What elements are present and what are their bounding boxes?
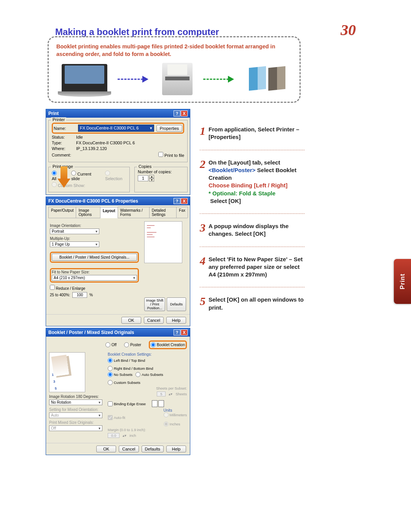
label: Booklet Creation Settings:	[108, 352, 187, 356]
radio-right-bind[interactable]: Right Bind / Bottom Bind	[108, 366, 153, 371]
properties-button[interactable]: Properties	[156, 125, 182, 132]
label: Where:	[52, 146, 74, 151]
ok-button[interactable]: OK	[96, 446, 116, 452]
radio-auto-subsets[interactable]: Auto Subsets	[135, 372, 163, 377]
step-text: From application, Select Printer – [Prop…	[209, 126, 304, 141]
rotation-select[interactable]: No Rotation	[49, 399, 102, 405]
label: Setting for Mixed Orientation:	[49, 407, 102, 412]
step-number: 4	[200, 256, 206, 266]
step-text: Select [OK] on all open windows to print…	[209, 296, 304, 312]
page-icon	[158, 400, 164, 407]
step-number: 5	[200, 296, 206, 306]
defaults-button[interactable]: Defaults	[142, 446, 164, 452]
step-text: A popup window displays the changes. Sel…	[209, 222, 304, 238]
printer-icon	[162, 63, 193, 95]
copies-input[interactable]: 1	[138, 175, 148, 181]
radio-booklet-creation[interactable]: Booklet Creation	[151, 342, 185, 347]
step-number: 3	[200, 222, 206, 233]
label: Image Orientation:	[50, 224, 139, 228]
intro-text: Booklet printing enables multi-page file…	[56, 43, 292, 58]
tab-image[interactable]: Image Options	[76, 207, 100, 218]
printer-name-select[interactable]: FX DocuCentre-II C3000 PCL 6▾	[78, 125, 154, 132]
arrow-icon	[118, 77, 152, 81]
page-icon	[152, 400, 158, 407]
help-icon[interactable]: ?	[174, 198, 180, 204]
radio-no-subsets[interactable]: No Subsets	[108, 372, 132, 377]
tab-detailed[interactable]: Detailed Settings	[149, 207, 177, 218]
ok-button[interactable]: OK	[121, 317, 141, 324]
multiple-up-select[interactable]: 1 Page Up	[50, 241, 99, 247]
label: Image Rotation 180 Degrees:	[49, 395, 102, 399]
reduce-enlarge-checkbox[interactable]: Reduce / Enlarge	[50, 286, 85, 291]
label: Status:	[52, 135, 74, 139]
tab-layout[interactable]: Layout	[100, 207, 118, 218]
page-title: Making a booklet print from computer	[55, 27, 219, 37]
radio-off[interactable]: Off	[105, 342, 116, 347]
window-title: FX DocuCentre-II C3000 PCL 6 Properties	[48, 198, 138, 204]
status-value: Idle	[76, 135, 83, 139]
scale-input[interactable]: 100	[72, 292, 87, 298]
radio-custom-subsets[interactable]: Custom Subsets	[108, 380, 140, 385]
radio-selection: Selection	[105, 171, 126, 181]
separator	[200, 213, 304, 214]
help-icon[interactable]: ?	[174, 110, 180, 117]
radio-poster[interactable]: Poster	[124, 342, 141, 347]
properties-dialog: FX DocuCentre-II C3000 PCL 6 Properties …	[46, 197, 190, 326]
help-button[interactable]: Help	[166, 446, 186, 452]
tab-fax[interactable]: Fax	[176, 207, 188, 218]
radio-current[interactable]: Current slide	[71, 171, 98, 181]
defaults-button[interactable]: Defaults	[167, 297, 186, 311]
close-icon[interactable]: X	[181, 198, 188, 204]
radio-mm: Millimeters	[164, 412, 187, 417]
tabs: Paper/Output Image Options Layout Waterm…	[48, 207, 188, 218]
label: Name:	[54, 126, 76, 131]
close-icon[interactable]: X	[181, 110, 188, 117]
separator	[200, 287, 304, 288]
booklet-poster-button[interactable]: Booklet / Poster / Mixed Sized Originals…	[52, 254, 137, 261]
booklet-dialog: Booklet / Poster / Mixed Sized Originals…	[46, 328, 190, 455]
label: Sheets	[175, 392, 187, 396]
label: Print Mixed Size Originals:	[49, 420, 102, 425]
page-preview	[144, 221, 182, 263]
arrow-icon	[203, 77, 237, 81]
radio-left-bind[interactable]: Left Bind / Top Bind	[108, 358, 145, 363]
booklet-icon	[248, 67, 287, 91]
mixed-size-select: Off	[49, 425, 102, 431]
laptop-icon	[62, 64, 107, 94]
step-number: 1	[200, 126, 206, 136]
tab-paper[interactable]: Paper/Output	[48, 207, 76, 218]
close-icon[interactable]: X	[181, 329, 188, 335]
binding-edge-erase-checkbox[interactable]: Binding Edge Erase	[108, 401, 146, 406]
label: Sheets per Subset:	[156, 386, 187, 390]
cancel-button[interactable]: Cancel	[119, 446, 139, 452]
step-number: 2	[200, 159, 206, 169]
step-text: Select 'Fit to New Paper Size' – Set any…	[209, 256, 304, 279]
booklet-preview: 1 3 5	[49, 352, 85, 392]
label: Margin (0.0 to 1.9 inch):	[108, 428, 146, 432]
step-text: On the [Layout] tab, select <Booklet/Pos…	[209, 159, 304, 205]
separator	[200, 150, 304, 150]
intro-box: Booklet printing enables multi-page file…	[48, 36, 301, 103]
help-icon[interactable]: ?	[174, 329, 180, 335]
window-title: Booklet / Poster / Mixed Sized Originals	[48, 330, 134, 335]
print-dialog: Print ?X Printer Name: FX DocuCentre-II …	[46, 109, 190, 195]
steps-panel: 1 From application, Select Printer – [Pr…	[200, 126, 304, 320]
print-to-file-checkbox[interactable]	[158, 152, 163, 157]
type-value: FX DocuCentre-II C3000 PCL 6	[76, 141, 135, 145]
label: Multiple-Up:	[50, 236, 139, 241]
orientation-select[interactable]: Portrait	[50, 228, 99, 234]
mixed-orient-select: Auto	[49, 412, 102, 418]
radio-show: Custom Show:	[52, 182, 85, 188]
label: Units	[164, 408, 187, 412]
window-title: Print	[48, 111, 59, 116]
radio-all[interactable]: All	[52, 171, 61, 181]
fit-size-select[interactable]: A4 (210 x 297mm)	[52, 275, 137, 281]
label: Fit to New Paper Size:	[52, 270, 137, 274]
where-value: IP_13.139.2.120	[76, 146, 107, 151]
auto-fit-checkbox: Auto-fit	[108, 415, 125, 420]
side-tab-print[interactable]: Print	[394, 259, 411, 304]
image-shift-button[interactable]: Image Shift / Print Position...	[144, 297, 165, 311]
cancel-button[interactable]: Cancel	[144, 317, 164, 324]
help-button[interactable]: Help	[166, 317, 186, 324]
tab-watermarks[interactable]: Watermarks / Forms	[118, 207, 150, 218]
